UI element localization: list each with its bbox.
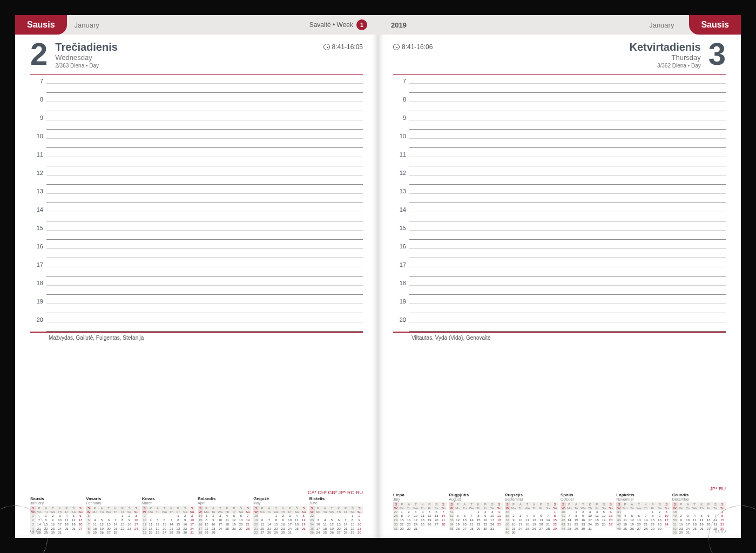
mini-calendar: KovasMarchSPATKPŠSWMoTuWeThFrSaSu9123104… (142, 496, 195, 535)
page-right: 2019 January Sausis 8:41-16:06 Ketvirtad… (378, 15, 741, 538)
hour-row: 9 (30, 111, 363, 130)
day-count: 3/362 Diena • Day (629, 63, 700, 69)
hour-label: 16 (30, 240, 46, 258)
hour-row: 12 (393, 166, 726, 185)
hour-label: 7 (30, 75, 46, 93)
mini-calendar: RugpjūtisAugustSPATKPŠSWMoTuWeThFrSaSu31… (449, 493, 502, 535)
hour-label: 17 (393, 258, 409, 276)
hour-label: 19 (393, 295, 409, 313)
mini-calendar: SpalisOctoberSPATKPŠSWMoTuWeThFrSaSu4012… (561, 493, 614, 535)
sunrise-sunset: 8:41-16:05 (323, 43, 363, 51)
hour-row: 7 (393, 75, 726, 93)
hour-row: 11 (30, 148, 363, 166)
weekday-en: Wednesday (55, 53, 118, 62)
weekday-lt: Ketvirtadienis (629, 41, 700, 53)
week-label: Savaitė • Week (309, 21, 353, 29)
hour-grid-right: 7891011121314151617181920 (393, 74, 726, 332)
hour-label: 13 (393, 185, 409, 203)
month-tab-left: Sausis (15, 15, 67, 35)
date-number: 3 (708, 40, 726, 68)
mini-calendar: RugsėjisSeptemberSPATKPŠSWMoTuWeThFrSaSu… (505, 493, 558, 535)
mini-calendar: LiepaJulySPATKPŠSWMoTuWeThFrSaSu27123456… (393, 493, 447, 535)
namedays-left: Mažvydas, Gailutė, Fulgentas, Stefanija (15, 333, 378, 342)
hour-label: 11 (393, 148, 409, 166)
month-en-left: January (75, 21, 99, 29)
hour-label: 18 (393, 276, 409, 295)
sun-times: 8:41-16:06 (402, 43, 433, 51)
hour-row: 11 (393, 148, 726, 166)
hour-row: 19 (393, 295, 726, 313)
month-en-right: January (649, 21, 674, 29)
mini-calendar: GegužėMaySPATKPŠSWMoTuWeThFrSaSu18123451… (253, 496, 307, 535)
hour-label: 13 (30, 185, 46, 203)
year: 2019 (391, 21, 407, 29)
minical-strip-right: LiepaJulySPATKPŠSWMoTuWeThFrSaSu27123456… (378, 493, 741, 538)
hour-label: 15 (30, 221, 46, 240)
hour-row: 13 (393, 185, 726, 203)
hour-label: 19 (30, 295, 46, 313)
mini-calendar: LapkritisNovemberSPATKPŠSWMoTuWeThFrSaSu… (616, 493, 670, 535)
holiday-codes-left: CA* CH* GB* JP* RO RU (15, 490, 378, 496)
sunrise-sunset: 8:41-16:06 (393, 43, 433, 51)
hour-label: 14 (393, 203, 409, 221)
hour-row: 12 (30, 166, 363, 185)
hour-label: 12 (393, 166, 409, 185)
holiday-codes-right: JP* RU (378, 486, 741, 493)
hour-row: 13 (30, 185, 363, 203)
sun-icon (323, 44, 330, 50)
mini-calendar: VasarisFebruarySPATKPŠSWMoTuWeThFrSaSu51… (86, 496, 139, 535)
hour-label: 14 (30, 203, 46, 221)
sun-icon (393, 44, 400, 50)
topband-left: Sausis January Savaitė • Week 1 (15, 15, 378, 35)
planner-spread: Sausis January Savaitė • Week 1 2 Trečia… (15, 15, 741, 538)
hour-row: 16 (393, 240, 726, 258)
weekday-lt: Trečiadienis (55, 41, 118, 53)
month-tab-right: Sausis (689, 15, 741, 35)
hour-label: 15 (393, 221, 409, 240)
week-indicator: Savaitė • Week 1 (309, 19, 367, 30)
hour-row: 18 (30, 276, 363, 295)
page-left: Sausis January Savaitė • Week 1 2 Trečia… (15, 15, 378, 538)
day-header-right: 8:41-16:06 Ketvirtadienis Thursday 3/362… (378, 35, 741, 72)
hour-row: 18 (393, 276, 726, 295)
hour-row: 9 (393, 111, 726, 130)
date-number: 2 (30, 40, 48, 68)
sun-times: 8:41-16:05 (332, 43, 363, 51)
hour-label: 7 (393, 75, 409, 93)
hour-label: 8 (30, 93, 46, 111)
hour-label: 10 (393, 130, 409, 148)
hour-label: 16 (393, 240, 409, 258)
hour-row: 16 (30, 240, 363, 258)
hour-label: 12 (30, 166, 46, 185)
hour-grid-left: 7891011121314151617181920 (30, 74, 363, 332)
hour-row: 17 (393, 258, 726, 276)
hour-row: 8 (393, 93, 726, 111)
hour-label: 8 (393, 93, 409, 111)
hour-label: 17 (30, 258, 46, 276)
hour-row: 7 (30, 75, 363, 93)
mini-calendar: BalandisAprilSPATKPŠSWMoTuWeThFrSaSu1412… (198, 496, 251, 535)
hour-row: 20 (30, 313, 363, 332)
hour-row: 8 (30, 93, 363, 111)
topband-right: 2019 January Sausis (378, 15, 741, 35)
hour-label: 20 (393, 313, 409, 332)
hour-row: 14 (393, 203, 726, 221)
hour-row: 20 (393, 313, 726, 332)
week-badge: 1 (356, 19, 367, 30)
day-count: 2/363 Diena • Day (55, 63, 118, 69)
hour-row: 15 (30, 221, 363, 240)
hour-row: 17 (30, 258, 363, 276)
hour-label: 9 (30, 111, 46, 130)
hour-row: 10 (30, 130, 363, 148)
day-header-left: 2 Trečiadienis Wednesday 2/363 Diena • D… (15, 35, 378, 72)
hour-label: 18 (30, 276, 46, 295)
mini-calendar: BirželisJuneSPATKPŠSWMoTuWeThFrSaSu22122… (309, 496, 363, 535)
hour-label: 10 (30, 130, 46, 148)
minical-strip-left: SausisJanuarySPATKPŠSWMoTuWeThFrSaSu1123… (15, 496, 378, 538)
hour-row: 15 (393, 221, 726, 240)
hour-row: 19 (30, 295, 363, 313)
weekday-en: Thursday (629, 53, 700, 62)
hour-label: 20 (30, 313, 46, 332)
hour-label: 9 (393, 111, 409, 130)
hour-row: 10 (393, 130, 726, 148)
